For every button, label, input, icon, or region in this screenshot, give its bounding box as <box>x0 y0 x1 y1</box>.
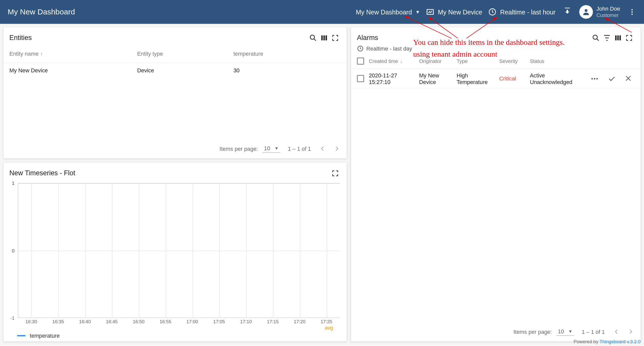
product-link[interactable]: Thingsboard v.3.2.0 <box>599 339 640 344</box>
svg-point-15 <box>591 78 593 79</box>
footer: Powered by Thingsboard v.3.2.0 <box>574 339 641 344</box>
columns-button[interactable] <box>319 32 330 44</box>
cell-temperature: 30 <box>233 67 341 73</box>
x-tick-label: 16:35 <box>52 319 64 324</box>
x-tick-label: 16:50 <box>133 319 144 324</box>
caret-down-icon: ▼ <box>415 9 420 14</box>
user-menu[interactable]: John Doe Customer <box>579 5 620 19</box>
caret-down-icon: ▼ <box>274 146 279 151</box>
export-button[interactable] <box>562 6 573 18</box>
svg-point-4 <box>631 11 633 13</box>
timewindow-select[interactable]: Realtime - last hour <box>488 8 555 16</box>
x-tick-label: 16:30 <box>26 319 37 324</box>
table-row[interactable]: My New Device Device 30 <box>3 63 347 77</box>
col-entity-type[interactable]: Entity type <box>137 51 233 57</box>
ack-icon[interactable] <box>607 74 616 83</box>
col-entity-name[interactable]: Entity name ↑ <box>9 51 137 57</box>
col-created-time[interactable]: Created time ↓ <box>369 58 419 64</box>
app-toolbar: My New Dashboard My New Dashboard ▼ My N… <box>0 0 644 24</box>
x-tick-label: 17:05 <box>213 319 225 324</box>
table-row[interactable]: 2020-11-27 15:27:10 My New Device High T… <box>351 69 641 89</box>
avatar-icon <box>579 5 593 19</box>
prev-page-button[interactable] <box>612 328 620 335</box>
x-tick-label: 17:10 <box>240 319 252 324</box>
legend-swatch <box>17 335 26 336</box>
next-page-button[interactable] <box>333 145 341 152</box>
sort-desc-icon: ↓ <box>400 58 402 64</box>
svg-point-6 <box>310 35 315 39</box>
clock-icon <box>488 8 497 16</box>
x-tick-label: 17:20 <box>294 319 305 324</box>
prev-page-button[interactable] <box>319 145 326 152</box>
cell-severity: Critical <box>499 75 530 82</box>
fullscreen-button[interactable] <box>330 168 341 179</box>
search-button[interactable] <box>307 32 319 44</box>
svg-point-2 <box>585 9 588 12</box>
items-per-page-label: Items per page: <box>513 329 552 335</box>
x-tick-label: 16:55 <box>160 319 171 324</box>
col-originator[interactable]: Originator <box>419 58 456 64</box>
items-per-page-label: Items per page: <box>220 145 258 152</box>
alarms-timewindow[interactable]: Realtime - last day <box>351 45 641 54</box>
cell-created: 2020-11-27 15:27:10 <box>369 72 419 85</box>
svg-point-5 <box>631 13 633 15</box>
columns-button[interactable] <box>612 32 624 44</box>
cell-entity-name: My New Device <box>9 67 137 73</box>
select-all-checkbox[interactable] <box>357 57 369 65</box>
page-range: 1 – 1 of 1 <box>288 145 311 152</box>
y-tick-label: 1 <box>12 181 14 186</box>
x-tick-label: 16:45 <box>106 319 118 324</box>
clear-icon[interactable] <box>625 74 632 83</box>
x-tick-label: 17:00 <box>186 319 198 324</box>
svg-rect-11 <box>615 35 617 40</box>
alarms-header-row: Created time ↓ Originator Type Severity … <box>351 54 641 69</box>
search-button[interactable] <box>590 32 601 44</box>
svg-rect-9 <box>326 35 327 40</box>
x-tick-label: 17:15 <box>267 319 279 324</box>
alarms-title: Alarms <box>357 34 378 42</box>
chart-plot-area[interactable] <box>18 183 340 318</box>
widget-entities: Entities Entity name ↑ <box>3 27 347 158</box>
page-size-select[interactable]: 10 ▼ <box>262 144 280 153</box>
col-severity[interactable]: Severity <box>499 58 530 64</box>
svg-point-17 <box>596 78 598 79</box>
fullscreen-button[interactable] <box>330 32 341 44</box>
x-tick-label: 16:40 <box>79 319 91 324</box>
cell-type: High Temperature <box>456 72 499 85</box>
page-size-select[interactable]: 10 ▼ <box>556 327 574 336</box>
more-icon[interactable] <box>590 74 599 83</box>
alarms-paginator: Items per page: 10 ▼ 1 – 1 of 1 <box>351 322 641 341</box>
cell-entity-type: Device <box>137 67 233 73</box>
filter-button[interactable] <box>601 32 613 44</box>
caret-down-icon: ▼ <box>568 329 573 334</box>
svg-rect-8 <box>323 35 325 40</box>
sort-asc-icon: ↑ <box>40 51 43 57</box>
more-menu-button[interactable] <box>626 6 638 18</box>
widget-timeseries: New Timeseries - Flot -10011 16:3016:351… <box>3 163 347 341</box>
user-name: John Doe <box>596 6 620 12</box>
svg-rect-7 <box>321 35 323 40</box>
cell-originator: My New Device <box>419 72 456 85</box>
svg-point-16 <box>594 78 595 79</box>
device-select-label: My New Device <box>438 8 482 16</box>
col-status[interactable]: Status <box>530 58 584 64</box>
row-checkbox[interactable] <box>357 75 369 82</box>
entities-paginator: Items per page: 10 ▼ 1 – 1 of 1 <box>3 139 347 158</box>
legend-label: temperature <box>30 333 60 339</box>
col-temperature[interactable]: temperature <box>233 51 341 57</box>
device-icon <box>426 8 434 16</box>
clock-icon <box>357 45 364 52</box>
col-alarm-type[interactable]: Type <box>456 58 499 64</box>
dashboard-select[interactable]: My New Dashboard ▼ <box>356 8 420 16</box>
chart-agg-label: avg <box>10 325 340 331</box>
chart-title: New Timeseries - Flot <box>9 169 75 177</box>
user-role: Customer <box>596 12 620 18</box>
svg-rect-13 <box>619 35 621 40</box>
fullscreen-button[interactable] <box>624 32 635 44</box>
svg-point-3 <box>631 9 633 10</box>
widget-alarms: Alarms <box>351 27 641 341</box>
y-tick-label: 0 <box>12 248 14 253</box>
device-select[interactable]: My New Device <box>426 8 482 16</box>
entities-title: Entities <box>9 34 32 42</box>
next-page-button[interactable] <box>627 328 635 335</box>
